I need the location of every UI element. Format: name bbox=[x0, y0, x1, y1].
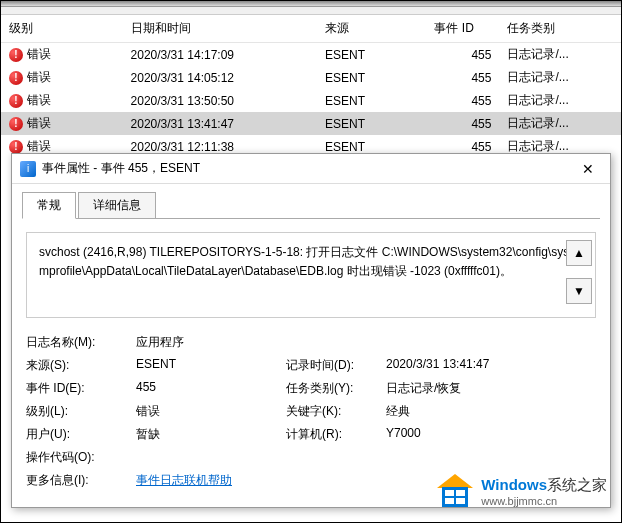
table-row[interactable]: !错误2020/3/31 14:05:12ESENT455日志记录/... bbox=[1, 66, 621, 89]
header-category[interactable]: 任务类别 bbox=[499, 15, 621, 43]
header-datetime[interactable]: 日期和时间 bbox=[123, 15, 318, 43]
eventid-value: 455 bbox=[136, 380, 286, 397]
recorded-value: 2020/3/31 13:41:47 bbox=[386, 357, 596, 374]
keywords-label: 关键字(K): bbox=[286, 403, 386, 420]
level-text: 错误 bbox=[27, 46, 51, 63]
computer-label: 计算机(R): bbox=[286, 426, 386, 443]
watermark-logo-icon bbox=[437, 474, 473, 508]
error-icon: ! bbox=[9, 71, 23, 85]
help-link[interactable]: 事件日志联机帮助 bbox=[136, 473, 232, 487]
nav-buttons: ▲ ▼ bbox=[566, 240, 592, 304]
error-icon: ! bbox=[9, 94, 23, 108]
eventid-cell: 455 bbox=[426, 89, 499, 112]
error-icon: ! bbox=[9, 48, 23, 62]
header-eventid[interactable]: 事件 ID bbox=[426, 15, 499, 43]
level-text: 错误 bbox=[27, 115, 51, 132]
source-cell: ESENT bbox=[317, 66, 426, 89]
category-label: 任务类别(Y): bbox=[286, 380, 386, 397]
event-table: 级别 日期和时间 来源 事件 ID 任务类别 !错误2020/3/31 14:1… bbox=[1, 15, 621, 158]
level-label: 级别(L): bbox=[26, 403, 136, 420]
table-row[interactable]: !错误2020/3/31 13:50:50ESENT455日志记录/... bbox=[1, 89, 621, 112]
eventid-cell: 455 bbox=[426, 112, 499, 135]
source-cell: ESENT bbox=[317, 89, 426, 112]
datetime-cell: 2020/3/31 13:41:47 bbox=[123, 112, 318, 135]
event-properties-dialog: i 事件属性 - 事件 455，ESENT ✕ 常规 详细信息 ▲ ▼ svch… bbox=[11, 153, 611, 508]
header-level[interactable]: 级别 bbox=[1, 15, 123, 43]
watermark-url: www.bjjmmc.cn bbox=[481, 495, 607, 507]
dialog-tabs: 常规 详细信息 bbox=[12, 184, 610, 219]
table-header-row: 级别 日期和时间 来源 事件 ID 任务类别 bbox=[1, 15, 621, 43]
opcode-label: 操作代码(O): bbox=[26, 449, 136, 466]
moreinfo-label: 更多信息(I): bbox=[26, 472, 136, 489]
tab-underline bbox=[22, 218, 600, 219]
eventid-cell: 455 bbox=[426, 66, 499, 89]
source-label: 来源(S): bbox=[26, 357, 136, 374]
eventid-cell: 455 bbox=[426, 43, 499, 67]
next-event-button[interactable]: ▼ bbox=[566, 278, 592, 304]
source-cell: ESENT bbox=[317, 112, 426, 135]
log-name-label: 日志名称(M): bbox=[26, 334, 136, 351]
level-text: 错误 bbox=[27, 92, 51, 109]
category-cell: 日志记录/... bbox=[499, 66, 621, 89]
level-text: 错误 bbox=[27, 69, 51, 86]
dialog-body: ▲ ▼ svchost (2416,R,98) TILEREPOSITORYS-… bbox=[12, 220, 610, 507]
category-value: 日志记录/恢复 bbox=[386, 380, 596, 397]
table-row[interactable]: !错误2020/3/31 13:41:47ESENT455日志记录/... bbox=[1, 112, 621, 135]
watermark-text: Windows系统之家 www.bjjmmc.cn bbox=[481, 476, 607, 507]
category-cell: 日志记录/... bbox=[499, 112, 621, 135]
close-button[interactable]: ✕ bbox=[574, 161, 602, 177]
table-row[interactable]: !错误2020/3/31 14:17:09ESENT455日志记录/... bbox=[1, 43, 621, 67]
dialog-titlebar[interactable]: i 事件属性 - 事件 455，ESENT ✕ bbox=[12, 154, 610, 184]
keywords-value: 经典 bbox=[386, 403, 596, 420]
level-value: 错误 bbox=[136, 403, 286, 420]
recorded-label: 记录时间(D): bbox=[286, 357, 386, 374]
prev-event-button[interactable]: ▲ bbox=[566, 240, 592, 266]
category-cell: 日志记录/... bbox=[499, 43, 621, 67]
source-value: ESENT bbox=[136, 357, 286, 374]
category-cell: 日志记录/... bbox=[499, 89, 621, 112]
eventid-label: 事件 ID(E): bbox=[26, 380, 136, 397]
header-source[interactable]: 来源 bbox=[317, 15, 426, 43]
event-description[interactable]: svchost (2416,R,98) TILEREPOSITORYS-1-5-… bbox=[26, 232, 596, 318]
watermark: Windows系统之家 www.bjjmmc.cn bbox=[437, 474, 607, 508]
dialog-icon: i bbox=[20, 161, 36, 177]
user-label: 用户(U): bbox=[26, 426, 136, 443]
log-name-value: 应用程序 bbox=[136, 334, 286, 351]
computer-value: Y7000 bbox=[386, 426, 596, 443]
datetime-cell: 2020/3/31 13:50:50 bbox=[123, 89, 318, 112]
event-properties: 日志名称(M): 应用程序 来源(S): ESENT 记录时间(D): 2020… bbox=[26, 334, 596, 489]
error-icon: ! bbox=[9, 140, 23, 154]
source-cell: ESENT bbox=[317, 43, 426, 67]
window-sub-border bbox=[1, 7, 621, 15]
dialog-title: 事件属性 - 事件 455，ESENT bbox=[42, 160, 574, 177]
tab-general[interactable]: 常规 bbox=[22, 192, 76, 219]
datetime-cell: 2020/3/31 14:17:09 bbox=[123, 43, 318, 67]
user-value: 暂缺 bbox=[136, 426, 286, 443]
datetime-cell: 2020/3/31 14:05:12 bbox=[123, 66, 318, 89]
tab-details[interactable]: 详细信息 bbox=[78, 192, 156, 219]
error-icon: ! bbox=[9, 117, 23, 131]
